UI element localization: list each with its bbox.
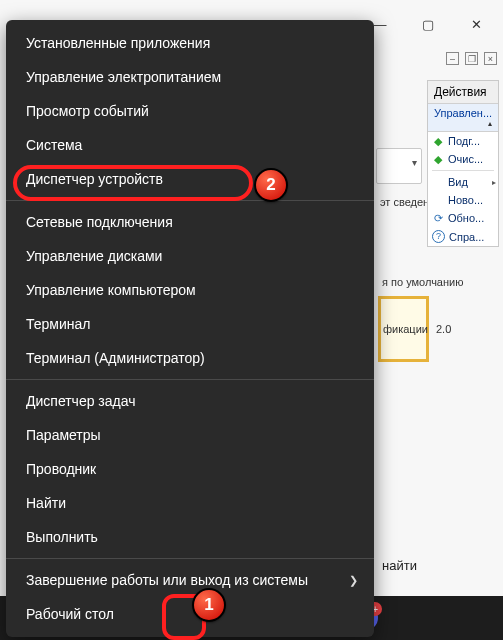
- menu-task-manager[interactable]: Диспетчер задач: [6, 384, 374, 418]
- menu-device-manager[interactable]: Диспетчер устройств: [6, 162, 374, 196]
- menu-disk-management[interactable]: Управление дисками: [6, 239, 374, 273]
- center-hint-default: я по умолчанию: [382, 276, 463, 288]
- separator: [6, 558, 374, 559]
- menu-installed-apps[interactable]: Установленные приложения: [6, 26, 374, 60]
- mdi-controls: – ❐ ×: [446, 52, 497, 65]
- mdi-restore-button[interactable]: ❐: [465, 52, 478, 65]
- menu-explorer[interactable]: Проводник: [6, 452, 374, 486]
- actions-section-label: Управлен...: [434, 107, 492, 119]
- actions-pane: Действия Управлен... ▴ ◆ Подг... ◆ Очис.…: [427, 80, 499, 247]
- action-label: Подг...: [448, 135, 480, 147]
- maximize-button[interactable]: ▢: [405, 4, 451, 44]
- winx-context-menu: Установленные приложения Управление элек…: [6, 20, 374, 637]
- refresh-icon: ⟳: [432, 212, 444, 224]
- callout-badge-1: 1: [192, 588, 226, 622]
- menu-settings[interactable]: Параметры: [6, 418, 374, 452]
- spec-label: фикации: [383, 323, 428, 335]
- menu-desktop[interactable]: Рабочий стол: [6, 597, 374, 631]
- actions-header: Действия: [428, 81, 498, 104]
- action-clear[interactable]: ◆ Очис...: [428, 150, 498, 168]
- chevron-right-icon: ▸: [492, 178, 496, 187]
- close-icon: ✕: [471, 17, 482, 32]
- menu-network-connections[interactable]: Сетевые подключения: [6, 205, 374, 239]
- blank-icon: [432, 194, 444, 206]
- chevron-up-icon: ▴: [488, 119, 492, 128]
- highlighted-spec-box: фикации 2.0: [378, 296, 429, 362]
- action-new[interactable]: Ново...: [428, 191, 498, 209]
- plus-icon: ◆: [432, 135, 444, 147]
- window-controls: ― ▢ ✕: [357, 0, 499, 48]
- menu-event-viewer[interactable]: Просмотр событий: [6, 94, 374, 128]
- menu-shutdown-signout[interactable]: Завершение работы или выход из системы ❯: [6, 563, 374, 597]
- dropdown-stub[interactable]: [376, 148, 422, 184]
- mdi-close-button[interactable]: ×: [484, 52, 497, 65]
- menu-terminal[interactable]: Терминал: [6, 307, 374, 341]
- chevron-right-icon: ❯: [349, 571, 358, 589]
- callout-badge-2: 2: [254, 168, 288, 202]
- stage: ― ▢ ✕ – ❐ × эт сведения о я по умолчанию…: [0, 0, 503, 640]
- plus-icon: ◆: [432, 153, 444, 165]
- spec-value: 2.0: [436, 323, 451, 335]
- actions-section[interactable]: Управлен... ▴: [428, 104, 498, 132]
- menu-power-management[interactable]: Управление электропитанием: [6, 60, 374, 94]
- menu-terminal-admin[interactable]: Терминал (Администратор): [6, 341, 374, 375]
- minimize-icon: ―: [374, 17, 387, 32]
- maximize-icon: ▢: [422, 17, 434, 32]
- action-label: Спра...: [449, 231, 484, 243]
- find-text-fragment: найти: [382, 558, 417, 573]
- menu-run[interactable]: Выполнить: [6, 520, 374, 554]
- menu-search[interactable]: Найти: [6, 486, 374, 520]
- action-label: Вид: [448, 176, 468, 188]
- action-prepare[interactable]: ◆ Подг...: [428, 132, 498, 150]
- menu-system[interactable]: Система: [6, 128, 374, 162]
- separator: [432, 170, 494, 171]
- action-view[interactable]: Вид ▸: [428, 173, 498, 191]
- action-refresh[interactable]: ⟳ Обно...: [428, 209, 498, 227]
- separator: [6, 379, 374, 380]
- separator: [6, 200, 374, 201]
- blank-icon: [432, 176, 444, 188]
- mdi-minimize-button[interactable]: –: [446, 52, 459, 65]
- action-help[interactable]: ? Спра...: [428, 227, 498, 246]
- action-label: Ново...: [448, 194, 483, 206]
- menu-label: Завершение работы или выход из системы: [26, 572, 308, 588]
- action-label: Обно...: [448, 212, 484, 224]
- help-icon: ?: [432, 230, 445, 243]
- menu-computer-management[interactable]: Управление компьютером: [6, 273, 374, 307]
- action-label: Очис...: [448, 153, 483, 165]
- close-button[interactable]: ✕: [453, 4, 499, 44]
